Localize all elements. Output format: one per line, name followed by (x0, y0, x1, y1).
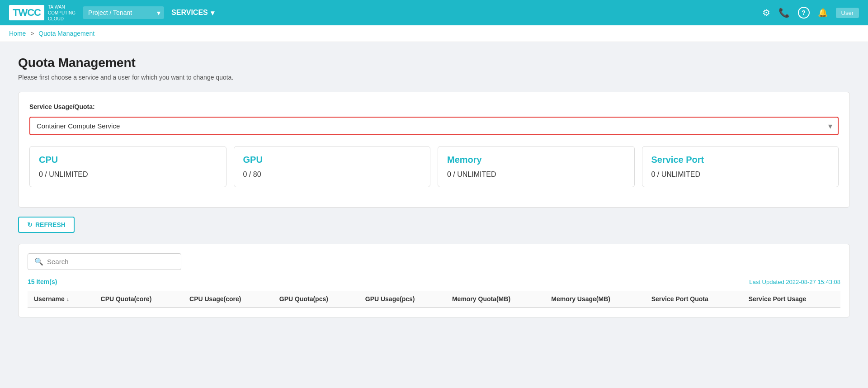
metric-card-cpu: CPU 0 / UNLIMITED (29, 146, 226, 187)
col-memory-quota-mb-: Memory Quota(MB) (446, 291, 545, 308)
col-gpu-quota-pcs-: GPU Quota(pcs) (273, 291, 359, 308)
metric-card-gpu: GPU 0 / 80 (234, 146, 431, 187)
metric-title: Memory (447, 155, 625, 165)
items-count: 15 Item(s) (28, 278, 57, 285)
metric-title: CPU (39, 155, 217, 165)
metric-value: 0 / UNLIMITED (651, 170, 830, 179)
page-title: Quota Management (18, 56, 850, 70)
breadcrumb-separator: > (30, 30, 34, 37)
metric-value: 0 / UNLIMITED (447, 170, 625, 179)
user-avatar[interactable]: User (836, 8, 859, 18)
page-subtitle: Please first choose a service and a user… (18, 74, 850, 81)
metric-title: Service Port (651, 155, 830, 165)
services-button[interactable]: SERVICES ▾ (171, 9, 214, 17)
metric-value: 0 / 80 (243, 170, 421, 179)
data-table: Username↓CPU Quota(core)CPU Usage(core)G… (28, 291, 840, 308)
col-username[interactable]: Username↓ (28, 291, 94, 308)
service-select[interactable]: Container Compute Service (29, 117, 839, 135)
col-service-port-quota: Service Port Quota (645, 291, 742, 308)
quota-card: Service Usage/Quota: Container Compute S… (18, 92, 850, 208)
col-gpu-usage-pcs-: GPU Usage(pcs) (359, 291, 446, 308)
table-head: Username↓CPU Quota(core)CPU Usage(core)G… (28, 291, 840, 308)
phone-icon[interactable]: 📞 (778, 7, 790, 18)
services-chevron-icon: ▾ (211, 9, 214, 17)
last-updated: Last Updated 2022-08-27 15:43:08 (749, 279, 840, 285)
refresh-icon: ↻ (27, 221, 33, 228)
help-icon[interactable]: ? (798, 7, 810, 19)
col-cpu-quota-core-: CPU Quota(core) (94, 291, 184, 308)
table-meta: 15 Item(s) Last Updated 2022-08-27 15:43… (28, 278, 840, 285)
col-service-port-usage: Service Port Usage (742, 291, 840, 308)
header-icons: ⚙ 📞 ? 🔔 User (762, 7, 859, 19)
metric-card-service-port: Service Port 0 / UNLIMITED (642, 146, 839, 187)
logo-area: TWCC TAIWANCOMPUTINGCLOUD (9, 4, 75, 22)
breadcrumb-current[interactable]: Quota Management (38, 30, 94, 37)
metric-card-memory: Memory 0 / UNLIMITED (438, 146, 635, 187)
settings-icon[interactable]: ⚙ (762, 7, 770, 18)
header: TWCC TAIWANCOMPUTINGCLOUD Project / Tena… (0, 0, 868, 25)
sort-arrow-icon: ↓ (66, 296, 69, 303)
search-input[interactable] (47, 258, 175, 265)
metric-value: 0 / UNLIMITED (39, 170, 217, 179)
breadcrumb-home[interactable]: Home (9, 30, 26, 37)
logo-box: TWCC (9, 5, 44, 20)
search-icon: 🔍 (34, 257, 43, 266)
notification-icon[interactable]: 🔔 (818, 8, 828, 18)
breadcrumb: Home > Quota Management (0, 25, 868, 42)
search-wrap[interactable]: 🔍 (28, 253, 181, 270)
tenant-dropdown[interactable]: Project / Tenant (83, 6, 164, 19)
service-select-wrap[interactable]: Container Compute Service (29, 117, 839, 135)
table-section: 🔍 15 Item(s) Last Updated 2022-08-27 15:… (18, 244, 850, 317)
metrics-grid: CPU 0 / UNLIMITED GPU 0 / 80 Memory 0 / … (29, 146, 839, 187)
service-usage-label: Service Usage/Quota: (29, 103, 839, 110)
main-content: Quota Management Please first choose a s… (0, 42, 868, 331)
tenant-dropdown-wrap[interactable]: Project / Tenant (83, 6, 164, 19)
services-label: SERVICES (171, 9, 208, 17)
refresh-button[interactable]: ↻ REFRESH (18, 217, 75, 233)
metric-title: GPU (243, 155, 421, 165)
logo-text: TAIWANCOMPUTINGCLOUD (48, 4, 75, 22)
col-cpu-usage-core-: CPU Usage(core) (183, 291, 273, 308)
refresh-label: REFRESH (35, 221, 66, 228)
col-memory-usage-mb-: Memory Usage(MB) (545, 291, 645, 308)
